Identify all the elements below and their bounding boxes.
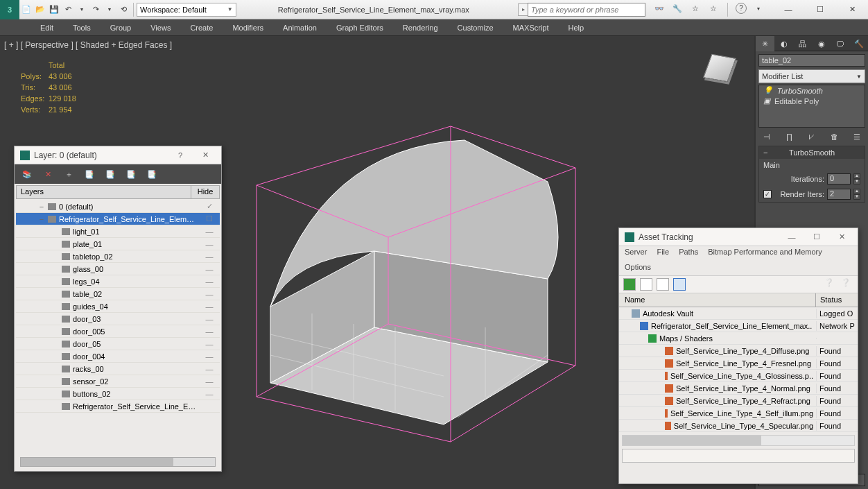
asset-row[interactable]: Self_Service_Line_Type_4_Diffuse.pngFoun… (619, 345, 858, 357)
settings-icon[interactable]: ❔ (841, 278, 853, 291)
menu-rendering[interactable]: Rendering (393, 21, 448, 35)
hide-cell[interactable]: — (199, 302, 220, 311)
viewport-label[interactable]: [ + ] [ Perspective ] [ Shaded + Edged F… (4, 40, 172, 50)
menu-tools[interactable]: Tools (63, 21, 101, 35)
asset-row[interactable]: Self_Service_Line_Type_4_Fresnel.pngFoun… (619, 357, 858, 370)
asset-row[interactable]: Self_Service_Line_Type_4_Normal.pngFound (619, 382, 858, 395)
minimize-button[interactable]: — (781, 233, 802, 241)
utilities-tab-icon[interactable]: 🔨 (849, 36, 868, 51)
scrollbar-thumb[interactable] (21, 458, 173, 466)
horizontal-scrollbar[interactable] (622, 435, 855, 446)
minimize-button[interactable]: — (772, 0, 804, 19)
undo-icon[interactable]: ↶ (62, 3, 74, 16)
close-button[interactable]: ✕ (195, 151, 216, 160)
display-tab-icon[interactable]: 🖵 (831, 36, 849, 51)
open-file-icon[interactable]: 📂 (34, 3, 46, 16)
column-layers[interactable]: Layers (17, 186, 191, 198)
dropdown-icon[interactable]: ▼ (103, 3, 116, 16)
object-row[interactable]: glass_00— (16, 263, 220, 275)
help-button[interactable]: ? (170, 151, 191, 160)
lightbulb-icon[interactable]: 💡 (763, 86, 773, 95)
scrollbar-thumb[interactable] (623, 436, 761, 445)
render-iters-spinner[interactable]: 2 (827, 189, 851, 200)
expand-icon[interactable]: ▣ (763, 96, 770, 105)
freeze-toggle-icon[interactable]: 📑 (146, 169, 157, 180)
modifier-list-dropdown[interactable]: Modifier List▼ (758, 69, 865, 83)
close-button[interactable]: ✕ (836, 0, 868, 19)
hide-cell[interactable]: — (199, 365, 220, 373)
workspace-selector[interactable]: Workspace: Default ▼ (137, 3, 236, 17)
asset-window-titlebar[interactable]: Asset Tracking — ☐ ✕ (619, 228, 858, 246)
hide-cell[interactable]: — (199, 315, 220, 323)
iterations-spinner[interactable]: 0 (827, 173, 851, 185)
star-icon[interactable]: ☆ (707, 3, 720, 15)
star-icon[interactable]: ☆ (689, 3, 702, 15)
menu-group[interactable]: Group (101, 21, 141, 35)
object-row[interactable]: Refrigerator_Self_Service_Line_Element (16, 400, 220, 413)
modify-tab-icon[interactable]: ◐ (774, 36, 793, 51)
column-hide[interactable]: Hide (191, 186, 219, 198)
highlight-icon[interactable]: 📑 (105, 169, 116, 180)
search-input[interactable] (528, 3, 645, 17)
object-row[interactable]: legs_04— (16, 275, 220, 288)
hide-cell[interactable]: — (199, 265, 220, 273)
layer-row[interactable]: −0 (default)✓ (16, 200, 220, 213)
menu-maxscript[interactable]: MAXScript (503, 21, 559, 35)
maximize-button[interactable]: ☐ (804, 0, 836, 19)
menu-paths[interactable]: Paths (679, 248, 698, 260)
motion-tab-icon[interactable]: ◉ (812, 36, 831, 51)
hide-cell[interactable]: — (199, 340, 220, 348)
modifier-item[interactable]: Editable Poly (774, 97, 819, 105)
delete-layer-icon[interactable]: ✕ (42, 169, 53, 180)
make-unique-icon[interactable]: ⩗ (806, 130, 818, 143)
spin-down-icon[interactable]: ▼ (853, 179, 860, 185)
twist-icon[interactable]: − (38, 215, 45, 223)
layer-window-titlebar[interactable]: Layer: 0 (default) ? ✕ (15, 146, 221, 164)
spin-up-icon[interactable]: ▲ (853, 173, 860, 179)
binoculars-icon[interactable]: 👓 (653, 3, 666, 15)
hide-cell[interactable]: — (199, 352, 220, 361)
spin-up-icon[interactable]: ▲ (853, 189, 860, 194)
hide-cell[interactable]: ☐ (199, 214, 220, 223)
menu-customize[interactable]: Customize (448, 21, 503, 35)
select-objects-icon[interactable]: 📑 (84, 169, 95, 180)
menu-create[interactable]: Create (180, 21, 223, 35)
search-history-icon[interactable]: ▸ (518, 3, 528, 16)
menu-help[interactable]: Help (559, 21, 594, 35)
rollout-header[interactable]: −TurboSmooth (759, 146, 865, 159)
menu-animation[interactable]: Animation (273, 21, 327, 35)
layer-row[interactable]: −Refrigerator_Self_Service_Line_Element☐ (16, 213, 220, 225)
new-layer-icon[interactable]: 📚 (21, 169, 33, 180)
help-icon[interactable]: ❔ (824, 278, 837, 291)
hide-cell[interactable]: — (199, 228, 220, 236)
list-view-icon[interactable] (640, 278, 652, 291)
column-status[interactable]: Status (816, 293, 858, 307)
object-row[interactable]: light_01— (16, 225, 220, 238)
menu-edit[interactable]: Edit (31, 21, 63, 35)
menu-bitmap-perf[interactable]: Bitmap Performance and Memory (708, 248, 822, 260)
menu-file[interactable]: File (657, 248, 669, 260)
help-icon[interactable]: ? (736, 3, 747, 14)
hide-cell[interactable]: — (199, 377, 220, 386)
hide-cell[interactable]: ✓ (199, 202, 220, 211)
menu-options[interactable]: Options (625, 263, 651, 271)
menu-graph-editors[interactable]: Graph Editors (327, 21, 393, 35)
object-row[interactable]: sensor_02— (16, 375, 220, 388)
object-row[interactable]: racks_00— (16, 363, 220, 375)
render-iters-checkbox[interactable]: ✓ (763, 190, 772, 198)
table-view-icon[interactable] (673, 278, 686, 291)
hide-cell[interactable]: — (199, 240, 220, 248)
configure-sets-icon[interactable]: ☰ (851, 130, 863, 143)
object-name-input[interactable]: table_02 (758, 54, 865, 67)
wrench-icon[interactable]: 🔧 (671, 3, 684, 15)
object-row[interactable]: door_05— (16, 338, 220, 350)
object-row[interactable]: door_005— (16, 325, 220, 338)
object-row[interactable]: door_004— (16, 350, 220, 363)
save-file-icon[interactable]: 💾 (48, 3, 60, 16)
modifier-item[interactable]: TurboSmooth (777, 87, 823, 95)
pin-stack-icon[interactable]: ⊣ (761, 130, 773, 143)
view-cube[interactable] (699, 50, 740, 92)
hide-toggle-icon[interactable]: 📑 (125, 169, 137, 180)
menu-modifiers[interactable]: Modifiers (223, 21, 273, 35)
tree-view-icon[interactable] (657, 278, 669, 291)
